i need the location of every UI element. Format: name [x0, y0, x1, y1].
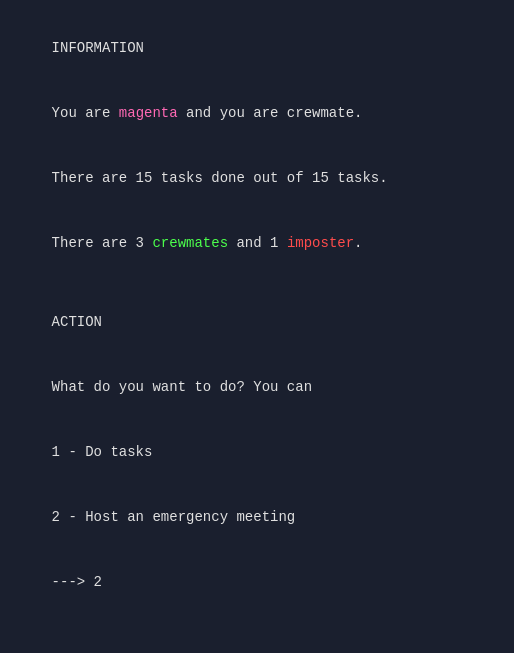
info-and-crewmate: and you are crewmate.	[178, 105, 363, 121]
section-information-header: INFORMATION	[18, 16, 496, 81]
info-imposter: imposter	[287, 235, 354, 251]
info-magenta: magenta	[119, 105, 178, 121]
gap1	[18, 276, 496, 290]
info-you-are: You are	[52, 105, 119, 121]
gap2	[18, 616, 496, 630]
section-action-header: ACTION	[18, 290, 496, 355]
action-option2: 2 - Host an emergency meeting	[18, 485, 496, 550]
action-opt1-text: 1 - Do tasks	[52, 444, 153, 460]
info-crewmates: crewmates	[152, 235, 228, 251]
action-prompt: ---> 2	[18, 551, 496, 616]
info-line1: You are magenta and you are crewmate.	[18, 81, 496, 146]
info-tasks-done: There are 15 tasks done out of 15 tasks.	[52, 170, 388, 186]
action-prompt-text: ---> 2	[52, 574, 102, 590]
action-question: What do you want to do? You can	[18, 355, 496, 420]
info-line3: There are 3 crewmates and 1 imposter.	[18, 211, 496, 276]
info-line2: There are 15 tasks done out of 15 tasks.	[18, 146, 496, 211]
section-meeting-header: MEETING	[18, 630, 496, 653]
action-opt2-text: 2 - Host an emergency meeting	[52, 509, 296, 525]
terminal: INFORMATION You are magenta and you are …	[18, 16, 496, 653]
info-period: .	[354, 235, 362, 251]
action-label: ACTION	[52, 314, 102, 330]
action-question-text: What do you want to do? You can	[52, 379, 312, 395]
info-and-1: and 1	[228, 235, 287, 251]
action-option1: 1 - Do tasks	[18, 420, 496, 485]
information-label: INFORMATION	[52, 40, 144, 56]
info-there-are-3: There are 3	[52, 235, 153, 251]
